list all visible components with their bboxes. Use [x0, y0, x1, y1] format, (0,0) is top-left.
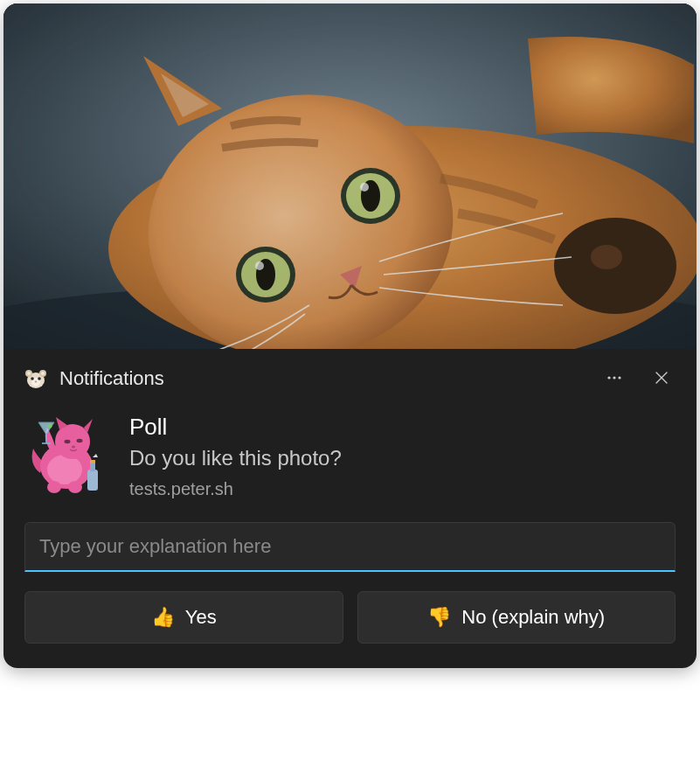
hero-image	[3, 3, 697, 349]
svg-point-18	[27, 372, 31, 375]
svg-point-30	[68, 481, 82, 493]
header-actions	[600, 365, 676, 393]
svg-point-28	[47, 455, 82, 484]
svg-rect-40	[90, 460, 95, 463]
svg-rect-38	[87, 470, 98, 491]
thumbs-down-icon: 👎	[427, 608, 451, 627]
svg-point-23	[35, 381, 38, 383]
more-icon	[606, 369, 623, 389]
action-buttons: 👍 Yes 👎 No (explain why)	[24, 591, 676, 644]
svg-rect-14	[3, 3, 697, 349]
svg-point-37	[48, 424, 52, 428]
close-button[interactable]	[648, 365, 676, 393]
yes-button[interactable]: 👍 Yes	[24, 591, 343, 644]
svg-point-24	[607, 376, 610, 379]
notification-header: Notifications	[24, 349, 676, 412]
app-icon	[24, 367, 47, 390]
input-row	[24, 522, 676, 572]
notification-toast: Notifications	[3, 3, 697, 668]
svg-point-34	[72, 446, 75, 449]
no-button[interactable]: 👎 No (explain why)	[357, 591, 676, 644]
notification-body: Poll Do you like this photo? tests.peter…	[24, 412, 676, 522]
more-button[interactable]	[600, 365, 628, 393]
svg-point-32	[65, 440, 71, 443]
notification-source: tests.peter.sh	[129, 479, 342, 499]
svg-point-31	[55, 424, 90, 459]
svg-point-29	[47, 481, 61, 493]
no-button-label: No (explain why)	[461, 606, 605, 629]
notification-text: Poll Do you like this photo? tests.peter…	[129, 412, 342, 499]
notification-content: Notifications	[3, 349, 697, 668]
svg-point-22	[38, 377, 41, 380]
explanation-input[interactable]	[24, 522, 676, 572]
svg-point-21	[31, 377, 34, 380]
notification-title: Poll	[129, 414, 342, 441]
notification-message: Do you like this photo?	[129, 446, 342, 470]
yes-button-label: Yes	[185, 606, 217, 629]
svg-point-25	[613, 376, 615, 379]
avatar-icon	[24, 412, 112, 499]
svg-point-26	[618, 376, 620, 379]
thumbs-up-icon: 👍	[151, 608, 175, 627]
app-name: Notifications	[59, 367, 600, 390]
svg-rect-39	[90, 463, 95, 471]
svg-point-19	[41, 372, 45, 375]
svg-point-33	[77, 439, 83, 442]
close-icon	[653, 369, 670, 389]
